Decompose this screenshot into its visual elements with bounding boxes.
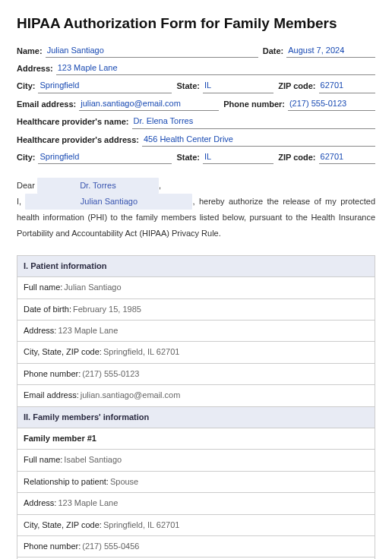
name-input[interactable]: Julian Santiago [46, 45, 258, 58]
table-row: Date of birth:February 15, 1985 [17, 299, 375, 321]
provider-city-label: City: [17, 152, 35, 164]
provider-name-input[interactable]: Dr. Elena Torres [132, 115, 375, 128]
table-row: Phone number:(217) 555-0123 [17, 364, 375, 385]
table-row: City, State, ZIP code:Springfield, IL 62… [17, 342, 375, 363]
provider-name-label: Healthcare provider's name: [17, 116, 129, 128]
date-label: Date: [263, 46, 284, 58]
phone-label: Phone number: [223, 99, 285, 111]
email-label: Email address: [24, 390, 79, 401]
table-row: Full name:Isabel Santiago [17, 450, 375, 471]
fm1-addr-label: Address: [24, 497, 56, 509]
dear-comma: , [159, 181, 161, 190]
provider-state-input[interactable]: IL [203, 151, 273, 164]
addr-value: 123 Maple Lane [58, 325, 118, 336]
name-label: Name: [17, 46, 43, 58]
state-label: State: [176, 81, 200, 93]
phone-label: Phone number: [24, 368, 81, 380]
provider-address-input[interactable]: 456 Health Center Drive [142, 134, 375, 147]
csz-label: City, State, ZIP code: [24, 346, 102, 358]
info-table: I. Patient information Full name:Julian … [17, 255, 375, 559]
section-patient-info: I. Patient information [17, 256, 375, 277]
csz-value: Springfield, IL 62701 [103, 346, 180, 358]
zip-label: ZIP code: [278, 81, 315, 93]
fullname-value: Julian Santiago [64, 282, 121, 293]
email-input[interactable]: julian.santiago@email.com [79, 98, 219, 111]
provider-zip-label: ZIP code: [278, 152, 315, 164]
fm1-phone-value: (217) 555-0456 [82, 541, 139, 552]
fm1-csz-value: Springfield, IL 62701 [103, 520, 180, 531]
date-input[interactable]: August 7, 2024 [286, 45, 375, 58]
dob-value: February 15, 1985 [73, 304, 141, 315]
family-member-1-header: Family member #1 [17, 428, 375, 450]
fm1-addr-value: 123 Maple Lane [58, 497, 118, 509]
table-row: Full name:Julian Santiago [17, 277, 375, 298]
i-text: I, [17, 197, 21, 206]
addr-label: Address: [24, 325, 56, 336]
city-input[interactable]: Springfield [38, 80, 172, 93]
letter-body: Dear Dr. Torres, I, Julian Santiago, her… [17, 178, 375, 242]
address-input[interactable]: 123 Maple Lane [56, 62, 375, 75]
provider-state-label: State: [176, 152, 200, 164]
provider-address-label: Healthcare provider's address: [17, 134, 139, 147]
city-label: City: [17, 81, 35, 93]
recipient-blank[interactable]: Dr. Torres [37, 178, 159, 194]
zip-input[interactable]: 62701 [319, 80, 375, 93]
section-family-info: II. Family members' information [17, 407, 375, 428]
fm1-fullname-value: Isabel Santiago [64, 454, 122, 466]
state-input[interactable]: IL [203, 80, 273, 93]
page-title: HIPAA Authorization Form for Family Memb… [17, 14, 375, 34]
fm1-rel-value: Spouse [110, 476, 138, 488]
table-row: City, State, ZIP code:Springfield, IL 62… [17, 515, 375, 536]
email-label: Email address: [17, 99, 76, 111]
author-blank[interactable]: Julian Santiago [25, 194, 192, 210]
provider-city-input[interactable]: Springfield [38, 151, 172, 164]
phone-input[interactable]: (217) 555-0123 [288, 98, 375, 111]
table-row: Address:123 Maple Lane [17, 493, 375, 514]
dob-label: Date of birth: [24, 304, 71, 315]
table-row: Relationship to patient:Spouse [17, 472, 375, 493]
fullname-label: Full name: [24, 282, 62, 293]
fm1-rel-label: Relationship to patient: [24, 476, 109, 488]
table-row: Email address:julian.santiago@email.com [17, 385, 375, 406]
table-row: Phone number:(217) 555-0456 [17, 536, 375, 557]
phone-value: (217) 555-0123 [82, 368, 139, 380]
table-row: Address:123 Maple Lane [17, 321, 375, 342]
email-value: julian.santiago@email.com [81, 390, 181, 401]
fm1-csz-label: City, State, ZIP code: [24, 520, 102, 531]
fm1-phone-label: Phone number: [24, 541, 81, 552]
provider-zip-input[interactable]: 62701 [319, 151, 375, 164]
dear-text: Dear [17, 181, 35, 190]
fm1-fullname-label: Full name: [24, 454, 62, 466]
address-label: Address: [17, 63, 53, 75]
